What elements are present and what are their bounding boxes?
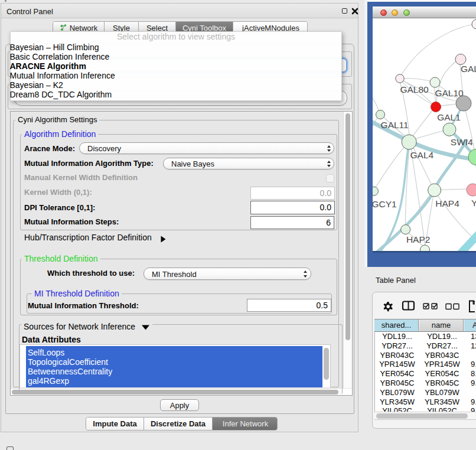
svg-text:GAL4: GAL4: [410, 150, 434, 160]
svg-text:Y: Y: [471, 198, 476, 208]
svg-text:HAP4: HAP4: [435, 198, 459, 208]
svg-text:GAL80: GAL80: [400, 84, 429, 94]
svg-text:GAL7: GAL7: [461, 64, 476, 74]
svg-text:HAP2: HAP2: [406, 234, 431, 244]
svg-text:SWI4: SWI4: [451, 137, 473, 147]
svg-text:GAL1: GAL1: [437, 112, 461, 122]
svg-text:GCY1: GCY1: [373, 199, 397, 209]
svg-text:GAL11: GAL11: [381, 120, 409, 130]
svg-text:GAL10: GAL10: [435, 88, 464, 98]
